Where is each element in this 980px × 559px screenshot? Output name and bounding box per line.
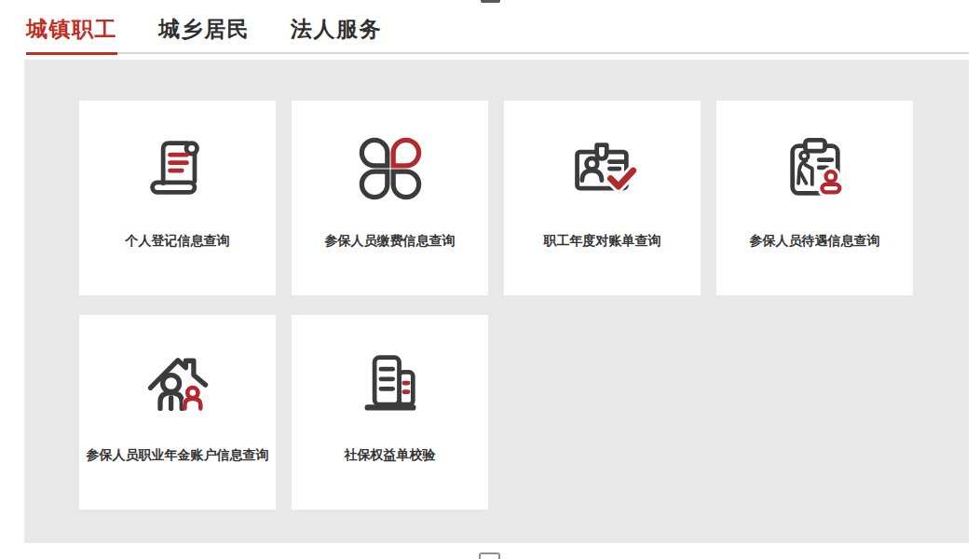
- cropped-top-element: [481, 0, 500, 3]
- services-panel: 个人登记信息查询 参保人员缴费信息查询: [24, 60, 969, 543]
- buildings-icon: [355, 343, 426, 423]
- service-card-payment-info[interactable]: 参保人员缴费信息查询: [292, 101, 488, 295]
- clover-icon: [355, 129, 426, 209]
- service-card-label: 参保人员待遇信息查询: [750, 233, 880, 250]
- tab-bar: 城镇职工 城乡居民 法人服务: [26, 15, 969, 54]
- tab-urban-employees[interactable]: 城镇职工: [26, 15, 117, 52]
- service-card-annual-statement[interactable]: 职工年度对账单查询: [504, 101, 701, 295]
- id-badge-check-icon: [567, 129, 638, 209]
- cropped-bottom-element: [479, 552, 500, 559]
- clipboard-elder-icon: [780, 129, 851, 209]
- service-card-annuity-account[interactable]: 参保人员职业年金账户信息查询: [79, 315, 276, 510]
- service-card-personal-registration[interactable]: 个人登记信息查询: [79, 101, 276, 295]
- service-card-label: 职工年度对账单查询: [544, 233, 661, 250]
- tab-urban-rural-residents[interactable]: 城乡居民: [158, 15, 250, 52]
- house-people-icon: [143, 343, 213, 423]
- service-card-label: 社保权益单校验: [345, 447, 436, 464]
- service-card-label: 参保人员职业年金账户信息查询: [87, 447, 269, 464]
- scroll-document-icon: [143, 129, 213, 209]
- service-card-benefit-info[interactable]: 参保人员待遇信息查询: [716, 101, 913, 295]
- service-card-rights-verification[interactable]: 社保权益单校验: [292, 315, 488, 510]
- service-card-label: 参保人员缴费信息查询: [325, 233, 456, 250]
- tab-legal-person-services[interactable]: 法人服务: [291, 15, 382, 52]
- service-card-label: 个人登记信息查询: [126, 233, 230, 250]
